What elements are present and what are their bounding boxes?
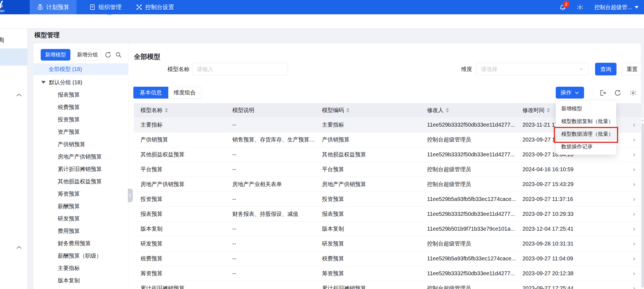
add-group-button[interactable]: 新增分组 (73, 49, 102, 61)
tree-item[interactable]: 税费预算 (34, 101, 128, 113)
chevron-right-icon[interactable]: › (633, 225, 635, 233)
navbar-right: 2 控制台超级管... (559, 0, 639, 14)
chevron-right-icon[interactable]: › (633, 255, 635, 263)
model-name-label: 模型名称 (159, 66, 189, 73)
tree-item[interactable]: 财务费用预算 (34, 238, 128, 249)
caret-down-icon[interactable] (41, 81, 46, 84)
cell-model-code: 版本复制 (322, 225, 427, 233)
table-row[interactable]: 税费预算 -- 税费预算 11ee529b5a93fb5fb33ec1274ca… (134, 251, 641, 266)
cell-model-code: 其他损益权益预算 (322, 151, 427, 158)
model-name-input[interactable] (192, 63, 288, 75)
column-header-model-name[interactable]: 模型名称 (134, 107, 232, 114)
table-scrollbar[interactable] (641, 118, 644, 289)
column-header-model-code[interactable]: 模型编码 (322, 107, 427, 114)
cell-model-desc: -- (232, 270, 322, 277)
chevron-right-icon[interactable]: › (633, 121, 635, 129)
cell-model-desc: -- (232, 226, 322, 232)
table-row[interactable]: 投资预算 -- 投资预算 11ee529b5a93fb5fb33ec1274ca… (134, 192, 641, 206)
cell-model-desc: 财务报表、持股假设、减值 (232, 210, 322, 218)
tree-item[interactable]: 报表预算 (34, 89, 128, 100)
dimension-select[interactable]: 请选择 (476, 63, 588, 75)
tree-item[interactable]: 筹资预算 (34, 188, 128, 200)
tab-basic-info[interactable]: 基本信息 (133, 87, 168, 99)
chevron-right-icon[interactable]: › (633, 270, 635, 277)
cell-model-name: 筹资预算 (134, 270, 232, 277)
refresh-icon[interactable] (614, 89, 621, 97)
table-row[interactable]: 研发预算 -- 研发预算 控制台超级管理员 2023-09-28 10:31:3… (134, 236, 641, 251)
export-icon[interactable] (599, 89, 607, 97)
add-model-button[interactable]: 新增模型 (41, 49, 70, 61)
docked-selected-item[interactable] (0, 48, 27, 66)
gear-icon[interactable] (629, 89, 637, 97)
search-button[interactable]: 查询 (595, 63, 617, 75)
menu-item-copy-model-data[interactable]: 模型数据复制（批量） (556, 115, 616, 128)
cell-model-desc: -- (232, 122, 322, 128)
tree-item[interactable]: 其他损益权益预算 (34, 176, 128, 187)
chevron-right-icon[interactable]: › (633, 166, 635, 173)
sort-icon[interactable] (346, 108, 349, 113)
search-icon[interactable] (115, 51, 122, 58)
document-icon (89, 4, 96, 10)
nav-item-org-management[interactable]: 组织管理 (82, 0, 129, 14)
tree-item[interactable]: 主要指标 (34, 262, 128, 274)
dimension-label: 维度 (461, 66, 472, 73)
nav-item-console-settings[interactable]: 控制台设置 (129, 0, 181, 14)
tree-item[interactable]: 研发预算 (34, 213, 128, 224)
column-header-model-desc: 模型说明 (232, 107, 322, 114)
chevron-right-icon[interactable]: › (633, 181, 635, 188)
refresh-icon[interactable] (104, 51, 112, 58)
gear-icon[interactable] (576, 4, 584, 11)
left-docked-panel: 询 (0, 29, 27, 289)
cell-model-code: 筹资预算 (322, 270, 427, 277)
chevron-right-icon[interactable]: › (633, 210, 635, 218)
chevron-right-icon[interactable]: › (633, 285, 635, 289)
tree-item[interactable]: 累计折旧摊销预算 (34, 163, 128, 175)
tree-item[interactable]: 费用预算 (34, 225, 128, 237)
actions-label: 操作 (561, 89, 572, 96)
user-menu[interactable]: 控制台超级管... (594, 4, 632, 11)
chevron-right-icon[interactable]: › (633, 151, 635, 159)
menu-item-data-operation-log[interactable]: 数据操作记录 (556, 140, 616, 153)
user-caret-down-icon[interactable] (635, 6, 639, 9)
table-row[interactable]: 报表预算 财务报表、持股假设、减值 报表预算 11ee529b3332f50db… (134, 206, 641, 221)
chevron-up-icon[interactable] (15, 91, 23, 99)
tree-item[interactable]: 薪酬预算（职级） (34, 250, 128, 261)
workspace-tabbar (0, 14, 644, 29)
tree-item[interactable]: 平台预算 (34, 287, 128, 289)
reset-button[interactable]: 重置 (621, 63, 641, 75)
table-row[interactable]: 平台预算 -- 平台预算 控制台超级管理员 2024-04-16 16:10:5… (134, 162, 641, 177)
menu-item-clean-model-data[interactable]: 模型数据清理（批量） (556, 128, 616, 140)
chevron-up-icon[interactable] (15, 244, 23, 251)
tab-dimension-combo[interactable]: 维度组合 (168, 87, 201, 99)
actions-dropdown-button[interactable]: 操作 (556, 87, 584, 99)
scrollbar-up-arrow[interactable] (642, 119, 644, 121)
cell-editor: 控制台超级管理员 (427, 166, 522, 173)
scrollbar-thumb[interactable] (642, 123, 644, 287)
table-row[interactable]: 房地产产供销预算 房地产产业相关表单 房地产产供销预算 控制台超级管理员 202… (134, 177, 641, 192)
sort-icon[interactable] (446, 108, 449, 113)
notification-bell-icon[interactable]: 2 (559, 4, 566, 11)
table-row[interactable]: 版本复制 -- 版本复制 11ee529b501b9f71b33e79ce101… (134, 221, 641, 236)
tree-item[interactable]: 版本复制 (34, 275, 128, 286)
tree-group-default[interactable]: 默认分组 (18) (34, 77, 128, 88)
table-row[interactable]: 筹资预算 -- 筹资预算 11ee529b3332f50db33ee11d427… (134, 266, 641, 281)
chevron-right-icon[interactable]: › (633, 136, 635, 144)
cell-model-code: 投资预算 (322, 195, 427, 203)
table-row[interactable]: 累计折旧摊销预算 累计折旧摊销预算 控制台超级管理员 2023-09-27 17… (134, 281, 641, 289)
tree-item[interactable]: 投资预算 (34, 114, 128, 125)
chevron-right-icon[interactable]: › (633, 240, 635, 248)
tree-item-all-models[interactable]: 全部模型 (18) (34, 63, 128, 75)
tree-item[interactable]: 资产预算 (34, 126, 128, 138)
tree-label: 筹资预算 (58, 190, 80, 198)
menu-item-add-model[interactable]: 新增模型 (556, 102, 616, 115)
tree-item[interactable]: 产供销预算 (34, 138, 128, 150)
tree-label: 默认分组 (18) (49, 79, 82, 86)
chevron-right-icon[interactable]: › (633, 195, 635, 203)
column-header-editor[interactable]: 修改人 (427, 107, 522, 114)
tree-item[interactable]: 房地产产供销预算 (34, 151, 128, 162)
tree-label: 薪酬预算 (58, 203, 80, 210)
sort-icon[interactable] (547, 108, 550, 113)
nav-item-plan-budget[interactable]: 计划预算 (30, 0, 76, 14)
sort-icon[interactable] (165, 108, 168, 113)
tree-item[interactable]: 薪酬预算 (34, 200, 128, 212)
